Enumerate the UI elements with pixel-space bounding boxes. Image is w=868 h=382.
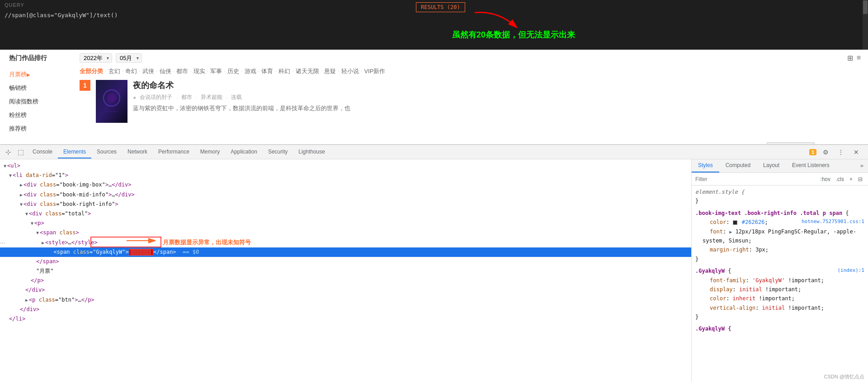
tab-network[interactable]: Network [122,146,153,158]
cat-qingxiaoshuo[interactable]: 轻小说 [341,67,359,75]
elem-div-close[interactable]: </div> [0,285,691,295]
tab-styles[interactable]: Styles [692,159,719,172]
sidebar-item-tuijiaban[interactable]: 推荐榜 [9,122,63,135]
style-rule-gq2: .GyakqlyW { [695,324,864,333]
close-devtools-icon[interactable]: ✕ [850,146,863,158]
tab-more[interactable]: » [856,159,868,172]
tab-elements[interactable]: Elements [58,146,91,158]
hov-filter-btn[interactable]: :hov [818,176,832,183]
cat-junshi[interactable]: 军事 [210,67,222,75]
settings-icon[interactable]: ⚙ [819,146,832,158]
style-prop-margin: margin-right: 3px; [695,245,864,254]
elem-p[interactable]: ▼<p> [0,219,691,228]
styles-tabs: Styles Computed Layout Event Listeners » [692,159,868,173]
style-prop-display: display: initial !important; [695,285,864,294]
month-select[interactable]: 05月 [116,53,142,63]
elem-p-btn[interactable]: ▶<p class="btn">…</p> [0,295,691,305]
sidebar-item-yueduban[interactable]: 阅读指数榜 [9,95,63,108]
elem-text-yp[interactable]: "月票" [0,266,691,276]
cat-zhutian[interactable]: 诸天无限 [296,67,319,75]
query-label: QUERY [5,2,24,8]
query-scrollbar[interactable] [863,0,868,50]
grid-view-icon[interactable]: ⊞ [847,54,853,62]
tab-security[interactable]: Security [263,146,293,158]
elem-style[interactable]: ▶<style>…</style> [0,238,691,247]
inspect-icon[interactable]: ⊹ [2,146,14,158]
cat-dushi[interactable]: 都市 [176,67,188,75]
sidebar-item-yuepiaoban[interactable]: 月票榜 [9,68,63,81]
query-input[interactable]: //span[@class="GyakqlyW"]/text() [0,2,411,51]
elem-li-close[interactable]: </li> [0,314,691,324]
style-prop-font: font: ▶ 12px/18px PingFangSC-Regular, -a… [695,227,864,246]
tab-computed[interactable]: Computed [719,159,757,172]
elem-span-inner-selected[interactable]: <span class="GyakqlyW">░░░░░░░</span> ==… [0,247,691,257]
cat-kehuan[interactable]: 科幻 [278,67,290,75]
elem-div-img[interactable]: ▶<div class="book-img-box">…</div> [0,180,691,190]
book-rank: 1 [80,80,90,91]
list-view-icon[interactable]: ≡ [857,54,861,62]
elem-li[interactable]: ▼<li data-rid="1"> [0,171,691,180]
book-genre1: 都市 [181,93,192,101]
elem-div-mid[interactable]: ▶<div class="book-mid-info">…</div> [0,190,691,200]
book-cover[interactable] [96,80,127,123]
tab-event-listeners[interactable]: Event Listeners [786,159,836,172]
elem-div-total[interactable]: ▼<div class="total"> [0,209,691,219]
tab-lighthouse[interactable]: Lighthouse [293,146,330,158]
cover-art [96,80,127,123]
cat-wuxia[interactable]: 武侠 [142,67,154,75]
styles-filter: :hov .cls + ⊟ [692,173,868,186]
sidebar-item-changxiaoban[interactable]: 畅销榜 [9,81,63,95]
style-close-gq: } [695,312,864,321]
cat-youxi[interactable]: 游戏 [245,67,256,75]
cat-xianshi[interactable]: 现实 [193,67,205,75]
cat-tiyu[interactable]: 体育 [261,67,273,75]
cat-vip[interactable]: VIP新作 [364,67,385,75]
cat-qihuan[interactable]: 奇幻 [125,67,137,75]
elem-p-close[interactable]: </p> [0,276,691,285]
arrow-decoration [470,8,524,35]
cat-xuanhuan[interactable]: 玄幻 [108,67,120,75]
style-rule-book: .book-img-text .book-right-info .total p… [695,209,864,264]
tab-sources[interactable]: Sources [91,146,122,158]
month-select-wrap[interactable]: 05月 [116,53,142,63]
year-select-wrap[interactable]: 2022年 [80,53,112,63]
devtools-icons-right: 1 ⚙ ⋮ ✕ [809,146,866,158]
elements-panel[interactable]: ▼<ul> ▼<li data-rid="1"> ▶<div class="bo… [0,159,692,382]
devtools-main: ▼<ul> ▼<li data-rid="1"> ▶<div class="bo… [0,159,868,382]
view-icons: ⊞ ≡ [847,54,861,62]
tab-memory[interactable]: Memory [195,146,225,158]
plus-filter-btn[interactable]: + [848,176,854,183]
styles-content[interactable]: element.style { } .book-img-text .book-r… [692,186,868,382]
cls-filter-btn[interactable]: .cls [834,176,846,183]
collapse-filter-btn[interactable]: ⊟ [856,176,864,183]
cat-xuanyi[interactable]: 悬疑 [324,67,336,75]
more-options-icon[interactable]: ⋮ [835,146,847,158]
book-title[interactable]: 夜的命名术 [133,80,861,91]
tab-performance[interactable]: Performance [153,146,195,158]
cat-xianxia[interactable]: 仙侠 [160,67,171,75]
elem-ul[interactable]: ▼<ul> [0,161,691,171]
filter-bar: 2022年 05月 ⊞ ≡ [80,53,861,63]
year-select[interactable]: 2022年 [80,53,112,63]
line-indicator: … [0,238,8,245]
tab-application[interactable]: Application [225,146,263,158]
book-genre2: 异术超能 [201,93,222,101]
tab-console[interactable]: Console [27,146,58,158]
cat-quanbu[interactable]: 全部分类 [80,67,103,75]
elem-div-right[interactable]: ▼<div class="book-right-info"> [0,200,691,209]
elem-span-close[interactable]: </span> [0,257,691,266]
styles-filter-input[interactable] [695,176,815,182]
elem-div-right-close[interactable]: </div> [0,305,691,314]
span-tooltip: span 41.4 × 12 146728 月票 [767,142,814,144]
style-prop-color2: color: inherit !important; [695,294,864,303]
style-selector-gq: .GyakqlyW (index):1 { [695,266,864,275]
main-content: 2022年 05月 ⊞ ≡ 全部分类 · 玄幻 · 奇幻 [72,50,868,144]
elem-span-outer[interactable]: ▼<span class> [0,228,691,238]
sidebar-item-fensiban[interactable]: 粉丝榜 [9,108,63,122]
website-area: 热门作品排行 月票榜 畅销榜 阅读指数榜 粉丝榜 推荐榜 [0,50,868,144]
cat-lishi[interactable]: 历史 [227,67,239,75]
warning-badge: 1 [809,149,816,155]
style-rule-gyakqlyw: .GyakqlyW (index):1 { font-family: 'Gyak… [695,266,864,321]
device-icon[interactable]: ⬚ [14,146,27,158]
tab-layout[interactable]: Layout [757,159,786,172]
